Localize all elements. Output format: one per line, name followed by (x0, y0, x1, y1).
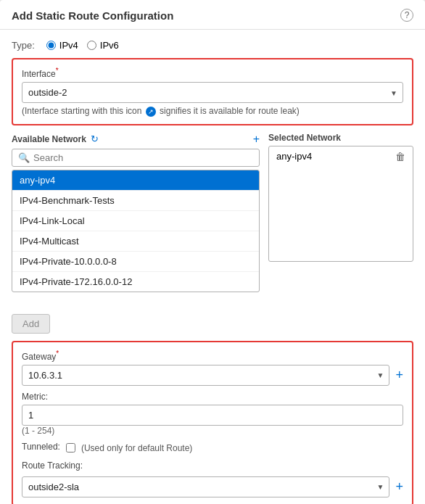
available-network-title-row: Available Network ↻ + (12, 133, 260, 146)
ipv4-option[interactable]: IPv4 (46, 40, 78, 51)
selected-network-list: any-ipv4 🗑 (268, 146, 413, 262)
dialog-body: Type: IPv4 IPv6 Interface* outside-2 (0, 30, 425, 504)
help-icon[interactable]: ? (400, 9, 413, 22)
route-tracking-row: Route Tracking: outside2-sla none ▼ + (22, 460, 403, 497)
network-section: Available Network ↻ + 🔍 any-ipv4 IPv4-Be… (12, 133, 413, 334)
selected-item-row: any-ipv4 🗑 (269, 146, 413, 167)
route-tracking-select[interactable]: outside2-sla none (22, 476, 389, 497)
interface-section: Interface* outside-2 outside-1 inside ▼ … (12, 58, 413, 125)
ipv6-radio[interactable] (87, 41, 96, 50)
metric-hint: (1 - 254) (22, 426, 403, 436)
available-network-title: Available Network (12, 134, 86, 144)
refresh-icon[interactable]: ↻ (91, 133, 99, 144)
interface-select[interactable]: outside-2 outside-1 inside (22, 82, 403, 103)
gateway-row: 10.6.3.1 10.6.3.254 ▼ + (22, 365, 403, 386)
tunneled-label: Tunneled: (22, 442, 60, 452)
gateway-field: Gateway* 10.6.3.1 10.6.3.254 ▼ + (22, 350, 403, 386)
dialog-header: Add Static Route Configuration ? (0, 0, 425, 30)
gateway-section: Gateway* 10.6.3.1 10.6.3.254 ▼ + Metric: (12, 341, 413, 504)
route-tracking-add-button[interactable]: + (395, 479, 403, 495)
route-tracking-select-wrapper: outside2-sla none ▼ (22, 476, 389, 497)
ipv4-label: IPv4 (59, 40, 78, 51)
selected-network-title: Selected Network (268, 133, 341, 143)
search-box: 🔍 (12, 149, 260, 167)
ipv6-option[interactable]: IPv6 (87, 40, 119, 51)
list-item[interactable]: IPv4-Link-Local (12, 211, 259, 231)
list-item[interactable]: IPv4-Multicast (12, 231, 259, 252)
metric-input[interactable] (22, 405, 403, 426)
interface-select-wrapper: outside-2 outside-1 inside ▼ (22, 82, 403, 103)
ipv4-radio[interactable] (46, 41, 56, 50)
metric-label: Metric: (22, 392, 403, 402)
selected-network: Selected Network any-ipv4 🗑 (268, 133, 413, 262)
list-item[interactable]: IPv4-Private-10.0.0.0-8 (12, 252, 259, 272)
tunneled-checkbox[interactable] (66, 443, 75, 453)
delete-icon[interactable]: 🗑 (395, 151, 405, 162)
list-item[interactable]: IPv4-Private-172.16.0.0-12 (12, 272, 259, 292)
route-tracking-label: Route Tracking: (22, 460, 403, 471)
type-label: Type: (12, 40, 35, 51)
available-network-add-icon[interactable]: + (253, 133, 260, 146)
interface-hint: (Interface starting with this icon ↗ sig… (22, 106, 403, 117)
ipv6-label: IPv6 (100, 40, 119, 51)
list-item[interactable]: any-ipv4 (12, 170, 259, 191)
route-tracking-select-row: outside2-sla none ▼ + (22, 476, 403, 497)
network-add-row: Add (12, 297, 260, 334)
gateway-select-wrapper: 10.6.3.1 10.6.3.254 ▼ (22, 365, 389, 386)
dialog: Add Static Route Configuration ? Type: I… (0, 0, 425, 504)
selected-network-title-row: Selected Network (268, 133, 413, 143)
list-item[interactable]: IPv4-Benchmark-Tests (12, 191, 259, 211)
metric-field: Metric: (1 - 254) (22, 392, 403, 436)
gateway-select[interactable]: 10.6.3.1 10.6.3.254 (22, 365, 389, 386)
dialog-title: Add Static Route Configuration (12, 9, 173, 22)
add-button[interactable]: Add (12, 314, 50, 334)
gateway-label: Gateway* (22, 350, 403, 362)
available-network: Available Network ↻ + 🔍 any-ipv4 IPv4-Be… (12, 133, 260, 334)
tunneled-row: Tunneled: (Used only for default Route) (22, 442, 403, 455)
radio-group: IPv4 IPv6 (46, 40, 119, 51)
network-list: any-ipv4 IPv4-Benchmark-Tests IPv4-Link-… (12, 170, 260, 292)
selected-item-label: any-ipv4 (276, 151, 312, 162)
search-icon: 🔍 (18, 152, 30, 163)
type-row: Type: IPv4 IPv6 (12, 40, 413, 51)
tunneled-hint: (Used only for default Route) (81, 443, 192, 453)
route-leak-icon: ↗ (146, 107, 156, 117)
gateway-add-button[interactable]: + (395, 368, 403, 383)
search-input[interactable] (33, 152, 253, 163)
network-list-and-add: 🔍 any-ipv4 IPv4-Benchmark-Tests IPv4-Lin… (12, 149, 260, 334)
interface-label: Interface* (22, 67, 403, 79)
